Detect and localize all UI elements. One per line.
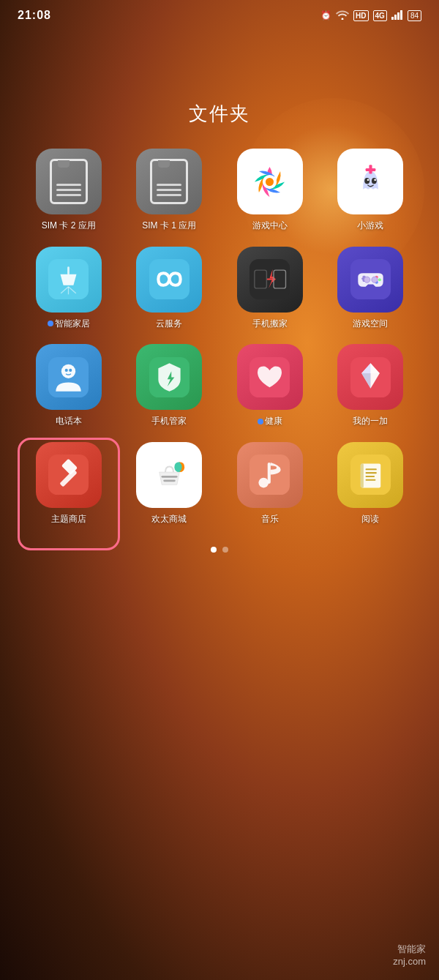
app-phonebook[interactable]: 电话本 [22,344,116,427]
svg-point-34 [65,369,68,372]
app-sim1[interactable]: SIM 卡 1 应用 [123,149,217,232]
page-dot-1[interactable] [211,547,217,553]
phonebook-label: 电话本 [56,416,82,427]
oneplus-icon-img [337,344,403,410]
app-game-center[interactable]: 游戏中心 [223,149,317,232]
sim2-label: SIM 卡 2 应用 [42,220,96,232]
manager-label: 手机管家 [151,416,187,427]
music-label: 音乐 [261,514,279,525]
game-space-icon-img [337,247,403,313]
theme-store-label: 主题商店 [51,514,86,525]
svg-rect-15 [67,266,70,274]
svg-point-11 [374,179,376,181]
svg-point-27 [378,278,381,281]
svg-rect-44 [163,480,176,482]
sim2-icon [36,149,102,214]
outdo-mall-icon-img [136,442,202,508]
page-indicators [0,547,439,553]
status-time: 21:08 [18,9,51,22]
svg-point-6 [266,178,274,186]
svg-rect-50 [361,464,364,488]
app-music[interactable]: 音乐 [223,442,317,525]
battery-icon: 84 [408,10,421,21]
game-space-label: 游戏空间 [353,318,388,330]
svg-rect-41 [61,459,78,475]
app-phone-mover[interactable]: 手机搬家 [223,247,317,330]
phone-mover-label: 手机搬家 [252,318,288,330]
app-grid: SIM 卡 2 应用 SIM 卡 1 应用 [0,149,439,525]
cloud-icon-img [136,247,202,313]
reading-icon-img [337,442,403,508]
svg-point-8 [364,178,369,184]
theme-store-icon-img [36,442,102,508]
app-game-space[interactable]: 游戏空间 [324,247,418,330]
svg-rect-52 [365,472,376,474]
status-bar: 21:08 ⏰ HD 4G 84 [0,0,439,28]
smart-home-icon-img [36,247,102,313]
wifi-icon [336,10,349,22]
game-center-icon [237,149,303,214]
alarm-icon: ⏰ [320,10,331,20]
phone-mover-icon [237,247,303,313]
svg-point-35 [69,369,72,372]
health-dot [258,419,263,424]
svg-rect-47 [268,463,271,484]
app-reading[interactable]: 阅读 [324,442,418,525]
cloud-label: 云服务 [156,318,182,330]
signal-icon [391,10,403,22]
game-center-label: 游戏中心 [252,220,288,232]
svg-rect-2 [397,12,399,20]
svg-point-46 [259,478,269,488]
app-health[interactable]: 健康 [223,344,317,427]
smart-home-dot [48,321,53,326]
4g-icon: 4G [373,10,387,21]
svg-rect-53 [365,476,374,477]
app-sim2[interactable]: SIM 卡 2 应用 [22,149,116,232]
page-dot-2[interactable] [222,547,228,553]
svg-point-33 [61,364,75,378]
manager-icon-img [136,344,202,410]
svg-point-10 [367,179,369,181]
svg-point-9 [372,178,377,184]
app-oneplus[interactable]: 我的一加 [324,344,418,427]
health-icon-img [237,344,303,410]
music-icon-img [237,442,303,508]
svg-point-30 [364,277,369,283]
watermark: 智能家 znj.com [393,943,426,967]
mini-game-label: 小游戏 [357,220,383,232]
svg-rect-39 [48,455,89,495]
app-mini-game[interactable]: 小游戏 [324,149,418,232]
hd-icon: HD [353,10,368,21]
svg-rect-54 [365,479,375,481]
app-theme-store[interactable]: 主题商店 [22,442,116,525]
sim1-label: SIM 卡 1 应用 [142,220,196,232]
health-label: 健康 [258,416,282,427]
svg-rect-51 [365,469,376,471]
status-icons: ⏰ HD 4G 84 [320,10,421,22]
svg-rect-0 [391,17,394,20]
app-smart-home[interactable]: 智能家居 [22,247,116,330]
oneplus-label: 我的一加 [353,416,388,427]
svg-rect-13 [365,168,375,171]
app-manager[interactable]: 手机管家 [123,344,217,427]
sim1-icon [136,149,202,214]
svg-point-31 [372,277,378,283]
svg-rect-3 [400,10,402,20]
reading-label: 阅读 [361,514,379,525]
svg-rect-1 [394,15,397,20]
outdo-mall-label: 欢太商城 [151,514,187,525]
mini-game-icon [337,149,403,214]
svg-rect-43 [161,476,177,478]
folder-title: 文件夹 [0,101,439,127]
app-cloud[interactable]: 云服务 [123,247,217,330]
phonebook-icon-img [36,344,102,410]
svg-rect-40 [60,469,78,487]
app-outdo-mall[interactable]: 欢太商城 [123,442,217,525]
smart-home-label: 智能家居 [48,318,90,330]
